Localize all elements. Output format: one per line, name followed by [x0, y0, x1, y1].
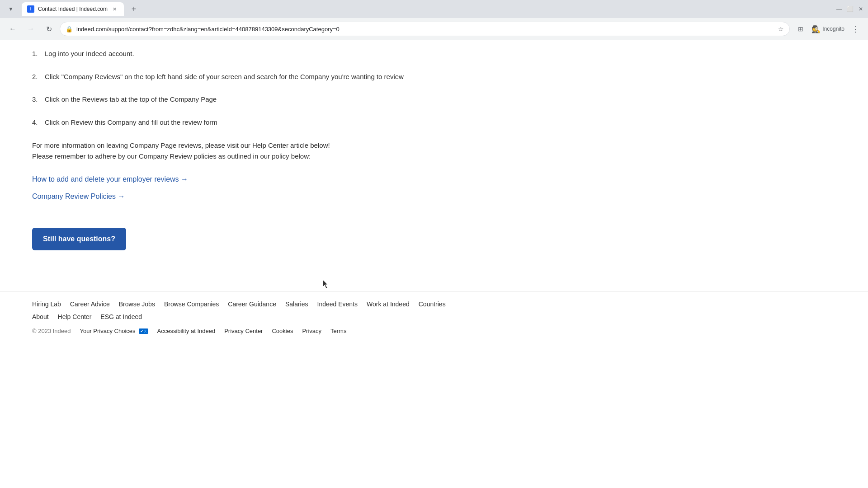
info-paragraph: For more information on leaving Company … — [32, 140, 340, 162]
step-number-3: 3. — [32, 94, 41, 105]
footer-link-salaries[interactable]: Salaries — [285, 300, 308, 308]
address-bar-icons: ☆ — [778, 25, 784, 33]
list-item: 2. Click "Company Reviews" on the top le… — [32, 72, 628, 82]
step-number-1: 1. — [32, 49, 41, 59]
footer-link-help-center[interactable]: Help Center — [58, 313, 92, 320]
copyright-text: © 2023 Indeed — [32, 328, 71, 334]
incognito-badge: 🕵️ Incognito — [811, 25, 844, 33]
footer: Hiring Lab Career Advice Browse Jobs Bro… — [0, 291, 868, 352]
footer-link-career-guidance[interactable]: Career Guidance — [228, 300, 276, 308]
still-have-questions-button[interactable]: Still have questions? — [32, 228, 126, 250]
close-button[interactable]: ✕ — [857, 5, 864, 13]
tab-title: Contact Indeed | Indeed.com — [38, 6, 108, 12]
browser-chrome: ▼ i Contact Indeed | Indeed.com ✕ + — ⬜ … — [0, 0, 868, 40]
extensions-button[interactable]: ⊞ — [793, 22, 808, 36]
title-bar: ▼ i Contact Indeed | Indeed.com ✕ + — ⬜ … — [0, 0, 868, 18]
tab-favicon: i — [27, 5, 34, 13]
company-review-policies-link[interactable]: Company Review Policies → — [32, 192, 628, 201]
privacy-choices-badge: ✓ X — [137, 328, 148, 334]
cta-section: Still have questions? — [32, 210, 628, 273]
footer-link-indeed-events[interactable]: Indeed Events — [317, 300, 358, 308]
footer-nav-row-1: Hiring Lab Career Advice Browse Jobs Bro… — [32, 300, 836, 308]
menu-button[interactable]: ⋮ — [848, 22, 863, 36]
footer-bottom: © 2023 Indeed Your Privacy Choices ✓ X A… — [32, 328, 836, 334]
step-text-2: Click "Company Reviews" on the top left … — [45, 72, 404, 82]
bookmark-icon[interactable]: ☆ — [778, 25, 784, 33]
minimize-button[interactable]: — — [835, 5, 843, 13]
profile-button[interactable]: ▼ — [4, 2, 18, 16]
navigation-bar: ← → ↻ 🔒 indeed.com/support/contact?from=… — [0, 18, 868, 40]
footer-link-work-at-indeed[interactable]: Work at Indeed — [367, 300, 410, 308]
tab-close-button[interactable]: ✕ — [111, 5, 118, 13]
instructions-list: 1. Log into your Indeed account. 2. Clic… — [32, 49, 628, 127]
footer-link-privacy-choices[interactable]: Your Privacy Choices ✓ X — [80, 328, 148, 334]
active-tab[interactable]: i Contact Indeed | Indeed.com ✕ — [22, 2, 124, 16]
step-text-4: Click on Review this Company and fill ou… — [45, 117, 217, 128]
footer-link-cookies[interactable]: Cookies — [272, 328, 293, 334]
footer-nav-row-2: About Help Center ESG at Indeed — [32, 313, 836, 320]
new-tab-button[interactable]: + — [127, 3, 140, 15]
lock-icon: 🔒 — [66, 26, 73, 33]
url-text: indeed.com/support/contact?from=zdhc&zla… — [76, 26, 774, 33]
back-button[interactable]: ← — [5, 22, 20, 36]
list-item: 1. Log into your Indeed account. — [32, 49, 628, 59]
footer-link-hiring-lab[interactable]: Hiring Lab — [32, 300, 61, 308]
forward-button[interactable]: → — [24, 22, 38, 36]
page-content: 1. Log into your Indeed account. 2. Clic… — [0, 40, 660, 291]
footer-link-esg[interactable]: ESG at Indeed — [100, 313, 142, 320]
list-item: 3. Click on the Reviews tab at the top o… — [32, 94, 628, 105]
employer-reviews-link[interactable]: How to add and delete your employer revi… — [32, 175, 628, 183]
footer-link-about[interactable]: About — [32, 313, 49, 320]
footer-link-accessibility[interactable]: Accessibility at Indeed — [157, 328, 216, 334]
footer-link-career-advice[interactable]: Career Advice — [70, 300, 110, 308]
list-item: 4. Click on Review this Company and fill… — [32, 117, 628, 128]
step-text-3: Click on the Reviews tab at the top of t… — [45, 94, 217, 105]
reload-button[interactable]: ↻ — [42, 22, 56, 36]
footer-link-terms[interactable]: Terms — [330, 328, 346, 334]
footer-link-browse-companies[interactable]: Browse Companies — [164, 300, 219, 308]
footer-link-privacy[interactable]: Privacy — [302, 328, 321, 334]
footer-link-countries[interactable]: Countries — [419, 300, 446, 308]
address-bar[interactable]: 🔒 indeed.com/support/contact?from=zdhc&z… — [60, 22, 790, 36]
footer-link-browse-jobs[interactable]: Browse Jobs — [119, 300, 155, 308]
step-number-4: 4. — [32, 117, 41, 128]
footer-link-privacy-center[interactable]: Privacy Center — [224, 328, 263, 334]
window-controls: — ⬜ ✕ — [835, 5, 864, 13]
incognito-label: Incognito — [822, 26, 844, 32]
step-number-2: 2. — [32, 72, 41, 82]
step-text-1: Log into your Indeed account. — [45, 49, 134, 59]
maximize-button[interactable]: ⬜ — [846, 5, 854, 13]
